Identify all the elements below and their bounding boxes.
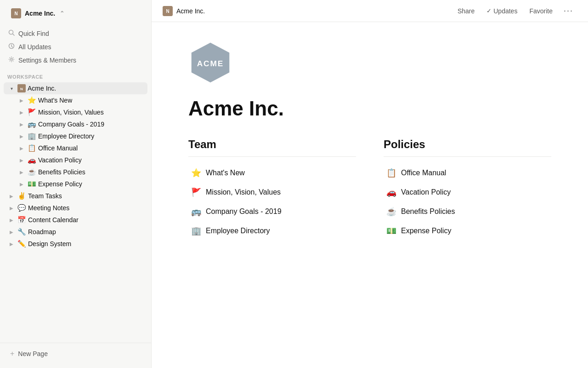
svg-point-7 xyxy=(11,58,12,60)
more-options-button[interactable]: ··· xyxy=(560,4,577,17)
toggle-icon: ▶ xyxy=(7,204,16,212)
tree-children-acme: ▶ ⭐ What's New ▶ 🚩 Mission, Vision, Valu… xyxy=(4,94,147,190)
whats-new-icon: ⭐ xyxy=(191,168,201,178)
policies-list: 📋 Office Manual 🚗 Vacation Policy ☕ Bene… xyxy=(384,164,551,240)
mission-label: Mission, Vision, Values xyxy=(38,109,104,116)
toggle-icon: ▶ xyxy=(7,228,16,236)
settings-label: Settings & Members xyxy=(18,57,76,64)
updates-label: Updates xyxy=(493,7,517,15)
whats-new-emoji: ⭐ xyxy=(28,96,36,104)
benefits-icon: ☕ xyxy=(386,207,396,217)
policy-item-expense[interactable]: 💵 Expense Policy xyxy=(384,222,551,240)
main-content: N Acme Inc. Share ✓ Updates Favorite ···… xyxy=(152,0,588,368)
vacation-text: Vacation Policy xyxy=(401,188,451,196)
tree-item-acme-root[interactable]: ▾ N Acme Inc. xyxy=(4,82,147,94)
team-item-whats-new[interactable]: ⭐ What's New xyxy=(188,164,356,182)
topbar-logo: N xyxy=(163,6,173,16)
new-page-button[interactable]: + New Page xyxy=(6,347,146,361)
tree-section: ▾ N Acme Inc. ▶ ⭐ What's New ▶ 🚩 Mission… xyxy=(0,81,151,343)
tree-item-content-calendar[interactable]: ▶ 📅 Content Calendar xyxy=(4,214,147,226)
tree-item-whats-new[interactable]: ▶ ⭐ What's New xyxy=(14,94,147,106)
toggle-icon: ▶ xyxy=(7,216,16,224)
policy-item-benefits[interactable]: ☕ Benefits Policies xyxy=(384,203,551,220)
policy-item-office-manual[interactable]: 📋 Office Manual xyxy=(384,164,551,182)
team-item-mission[interactable]: 🚩 Mission, Vision, Values xyxy=(188,184,356,201)
search-icon xyxy=(8,29,15,37)
benefits-emoji: ☕ xyxy=(28,168,36,176)
tree-item-team-tasks[interactable]: ▶ ✌️ Team Tasks xyxy=(4,190,147,202)
workspace-logo: N xyxy=(11,8,21,18)
tree-item-benefits[interactable]: ▶ ☕ Benefits Policies xyxy=(14,166,147,178)
team-item-employee-dir[interactable]: 🏢 Employee Directory xyxy=(188,222,356,240)
tree-item-vacation-policy[interactable]: ▶ 🚗 Vacation Policy xyxy=(14,154,147,166)
sidebar-top: N Acme Inc. ⌃ xyxy=(0,0,151,25)
expense-label: Expense Policy xyxy=(38,180,82,188)
tree-item-expense[interactable]: ▶ 💵 Expense Policy xyxy=(14,178,147,190)
tree-item-employee-dir[interactable]: ▶ 🏢 Employee Directory xyxy=(14,130,147,142)
vacation-label: Vacation Policy xyxy=(38,156,82,164)
sidebar-nav: Quick Find All Updates Settings & Member… xyxy=(0,25,151,69)
employee-icon: 🏢 xyxy=(191,226,201,236)
meeting-notes-emoji: 💬 xyxy=(17,204,26,212)
toggle-icon: ▶ xyxy=(17,108,26,116)
sidebar-item-settings[interactable]: Settings & Members xyxy=(4,53,147,67)
toggle-icon: ▶ xyxy=(17,156,26,164)
toggle-icon: ▶ xyxy=(17,180,26,188)
sidebar-item-quick-find[interactable]: Quick Find xyxy=(4,27,147,40)
share-button[interactable]: Share xyxy=(453,6,479,17)
team-item-goals[interactable]: 🚌 Company Goals - 2019 xyxy=(188,203,356,220)
vacation-emoji: 🚗 xyxy=(28,156,36,164)
toggle-icon: ▶ xyxy=(17,96,26,104)
expense-text: Expense Policy xyxy=(401,227,451,235)
expense-emoji: 💵 xyxy=(28,180,36,188)
content-calendar-emoji: 📅 xyxy=(17,216,26,224)
tree-item-office-manual[interactable]: ▶ 📋 Office Manual xyxy=(14,142,147,154)
sidebar-item-all-updates[interactable]: All Updates xyxy=(4,40,147,53)
office-manual-icon: 📋 xyxy=(386,168,396,178)
new-page-label: New Page xyxy=(18,350,48,357)
tree-item-meeting-notes[interactable]: ▶ 💬 Meeting Notes xyxy=(4,202,147,214)
page-content: ACME Acme Inc. Team ⭐ What's New 🚩 Missi… xyxy=(152,22,588,368)
toggle-icon: ▶ xyxy=(17,168,26,176)
topbar: N Acme Inc. Share ✓ Updates Favorite ··· xyxy=(152,0,588,22)
mission-text: Mission, Vision, Values xyxy=(206,188,281,196)
expand-icon: ▾ xyxy=(7,84,16,92)
svg-line-3 xyxy=(13,34,15,36)
policies-heading: Policies xyxy=(384,138,551,157)
quick-find-label: Quick Find xyxy=(18,30,49,37)
check-icon: ✓ xyxy=(486,7,492,14)
svg-text:N: N xyxy=(20,87,23,91)
roadmap-emoji: 🔧 xyxy=(17,228,26,236)
design-system-emoji: ✏️ xyxy=(17,240,26,248)
svg-text:N: N xyxy=(14,11,17,16)
team-tasks-emoji: ✌️ xyxy=(17,192,26,200)
mission-icon: 🚩 xyxy=(191,187,201,197)
favorite-button[interactable]: Favorite xyxy=(525,6,557,17)
meeting-notes-label: Meeting Notes xyxy=(28,204,69,212)
acme-root-label: Acme Inc. xyxy=(28,85,56,92)
workspace-name-label: Acme Inc. xyxy=(25,10,55,17)
clock-icon xyxy=(8,43,15,51)
topbar-title: Acme Inc. xyxy=(176,7,449,15)
policy-item-vacation[interactable]: 🚗 Vacation Policy xyxy=(384,184,551,201)
svg-text:N: N xyxy=(166,9,169,14)
office-emoji: 📋 xyxy=(28,144,36,152)
updates-button[interactable]: ✓ Updates xyxy=(482,6,522,17)
toggle-icon: ▶ xyxy=(17,144,26,152)
workspace-section-label: WORKSPACE xyxy=(0,69,151,81)
whats-new-text: What's New xyxy=(206,169,245,177)
page-icon: ACME xyxy=(188,40,551,86)
toggle-icon: ▶ xyxy=(17,120,26,128)
team-column: Team ⭐ What's New 🚩 Mission, Vision, Val… xyxy=(188,138,356,240)
plus-icon: + xyxy=(10,350,14,358)
expense-icon: 💵 xyxy=(386,226,396,236)
all-updates-label: All Updates xyxy=(18,43,51,51)
roadmap-label: Roadmap xyxy=(28,228,56,236)
svg-text:ACME: ACME xyxy=(197,59,224,68)
tree-item-design-system[interactable]: ▶ ✏️ Design System xyxy=(4,238,147,250)
tree-item-mission[interactable]: ▶ 🚩 Mission, Vision, Values xyxy=(14,106,147,118)
tree-item-company-goals[interactable]: ▶ 🚌 Company Goals - 2019 xyxy=(14,118,147,130)
workspace-title[interactable]: N Acme Inc. ⌃ xyxy=(6,5,146,22)
tree-item-roadmap[interactable]: ▶ 🔧 Roadmap xyxy=(4,226,147,238)
content-calendar-label: Content Calendar xyxy=(28,216,79,224)
